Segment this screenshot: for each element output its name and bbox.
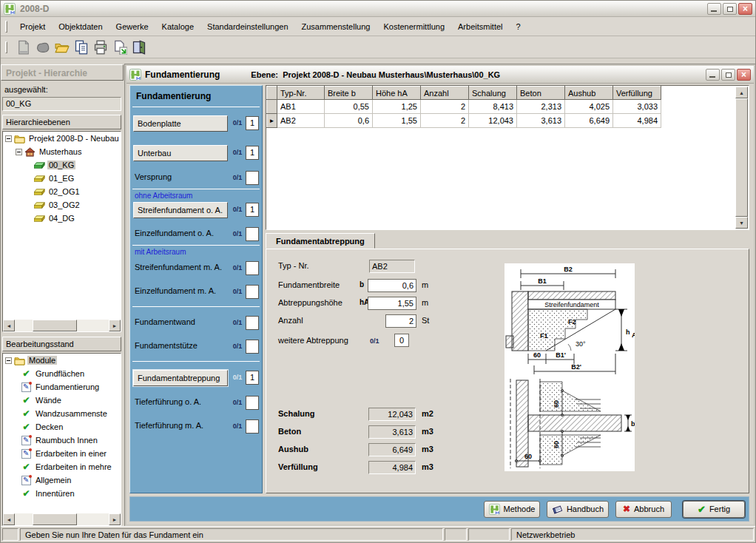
menu-zusammenstellung[interactable]: Zusammenstellung <box>295 20 377 33</box>
module-item-allgemein[interactable]: ✎ Allgemein <box>3 473 121 487</box>
count-input[interactable] <box>246 285 259 299</box>
cell-hoehe[interactable]: 1,55 <box>373 114 421 128</box>
tree-item-floor-03og2[interactable]: 03_OG2 <box>3 198 121 212</box>
fertig-button[interactable]: ✔ Fertig <box>683 501 745 518</box>
scroll-right-button[interactable]: ► <box>109 320 121 331</box>
cell-anzahl[interactable]: 2 <box>421 100 469 114</box>
module-item-innentueren[interactable]: ✔ Innentüren <box>3 487 121 500</box>
exit-button[interactable] <box>130 38 148 56</box>
fundamentbreite-input[interactable]: 0,6 <box>368 279 416 292</box>
menu-projekt[interactable]: Projekt <box>13 20 52 33</box>
fundamentwand-label[interactable]: Fundamentwand <box>135 317 195 326</box>
grid-row-ab2-selected[interactable]: ► AB2 0,6 1,55 2 12,043 3,613 6,649 4,98… <box>267 114 661 128</box>
count-input[interactable]: 1 <box>246 203 259 217</box>
restore-button[interactable] <box>723 3 737 15</box>
einzelfundament-ma-label[interactable]: Einzelfundament m. A. <box>135 286 216 295</box>
tree-item-module[interactable]: Module <box>3 354 121 367</box>
scrollbar-thumb[interactable] <box>33 320 77 331</box>
scroll-right-button[interactable]: ► <box>109 513 121 525</box>
module-item-fundamentierung[interactable]: ✎ Fundamentierung <box>3 380 121 394</box>
bodenplatte-button[interactable]: Bodenplatte <box>133 115 228 132</box>
grid-row-ab1[interactable]: AB1 0,55 1,25 2 8,413 2,313 4,025 3,033 <box>267 100 661 114</box>
fundamentabtreppung-button[interactable]: Fundamentabtreppung <box>133 370 228 386</box>
row-selector-header[interactable] <box>267 87 277 100</box>
scroll-down-button[interactable]: ▼ <box>735 217 748 229</box>
tieferfuehrung-ma-label[interactable]: Tieferführung m. A. <box>135 421 203 430</box>
tree-item-building[interactable]: Musterhaus <box>3 145 121 158</box>
tree-item-floor-02og1[interactable]: 02_OG1 <box>3 185 121 198</box>
anzahl-input[interactable]: 2 <box>385 314 416 328</box>
cell-schalung[interactable]: 12,043 <box>469 114 517 128</box>
minimize-button[interactable] <box>707 3 721 15</box>
handbuch-button[interactable]: Handbuch <box>547 501 609 518</box>
unterbau-button[interactable]: Unterbau <box>133 145 228 161</box>
menu-hilfe[interactable]: ? <box>510 20 527 33</box>
title-bar[interactable]: 2008-D × <box>1 1 755 17</box>
export-button[interactable] <box>111 38 129 56</box>
menu-kataloge[interactable]: Kataloge <box>155 20 200 33</box>
col-schalung[interactable]: Schalung <box>469 87 517 100</box>
scroll-left-button[interactable]: ◄ <box>3 513 15 525</box>
streifenfundament-ma-label[interactable]: Streifenfundament m. A. <box>135 263 222 272</box>
module-item-erdarbeiten-einer[interactable]: ✎ Erdarbeiten in einer <box>3 447 121 460</box>
scrollbar-thumb[interactable] <box>33 513 77 525</box>
module-item-raumbuch-innen[interactable]: ✎ Raumbuch Innen <box>3 434 121 447</box>
col-aushub[interactable]: Aushub <box>565 87 613 100</box>
einzelfundament-oa-label[interactable]: Einzelfundament o. A. <box>135 229 214 237</box>
cell-hoehe[interactable]: 1,25 <box>373 100 421 114</box>
abtreppungshoehe-input[interactable]: 1,55 <box>368 297 416 310</box>
count-input[interactable] <box>246 316 259 330</box>
scroll-up-button[interactable]: ▲ <box>735 87 748 98</box>
cell-typ[interactable]: AB2 <box>277 114 325 128</box>
count-input[interactable]: 1 <box>246 371 259 385</box>
count-input[interactable] <box>246 396 259 410</box>
count-input[interactable] <box>246 227 259 241</box>
open-folder-button[interactable] <box>53 38 71 56</box>
col-breite[interactable]: Breite b <box>325 87 373 100</box>
cell-aushub[interactable]: 4,025 <box>565 100 613 114</box>
tieferfuehrung-oa-label[interactable]: Tieferführung o. A. <box>135 397 201 406</box>
menu-arbeitsmittel[interactable]: Arbeitsmittel <box>451 20 510 33</box>
cell-breite[interactable]: 0,6 <box>325 114 373 128</box>
module-item-waende[interactable]: ✔ Wände <box>3 394 121 407</box>
close-button[interactable]: × <box>737 69 751 81</box>
cell-beton[interactable]: 2,313 <box>517 100 565 114</box>
col-typ-nr[interactable]: Typ-Nr. <box>277 87 325 100</box>
new-document-button[interactable] <box>15 38 33 56</box>
cell-breite[interactable]: 0,55 <box>325 100 373 114</box>
tab-fundamentabtreppung[interactable]: Fundamentabtreppung <box>266 233 375 249</box>
count-input[interactable]: 1 <box>246 146 259 160</box>
module-item-wandzusammenstellung[interactable]: ✔ Wandzusammenste <box>3 407 121 420</box>
close-button[interactable]: × <box>738 3 752 15</box>
count-input[interactable] <box>246 340 259 354</box>
row-selector[interactable] <box>267 100 277 114</box>
module-item-decken[interactable]: ✔ Decken <box>3 420 121 434</box>
count-input[interactable] <box>246 261 259 275</box>
cell-verfuellung[interactable]: 4,984 <box>613 114 661 128</box>
cell-beton[interactable]: 3,613 <box>517 114 565 128</box>
collapse-icon[interactable] <box>16 149 22 155</box>
cell-typ[interactable]: AB1 <box>277 100 325 114</box>
tree-item-floor-01eg[interactable]: 01_EG <box>3 172 121 185</box>
col-hoehe[interactable]: Höhe hA <box>373 87 421 100</box>
count-input[interactable] <box>246 419 259 434</box>
collapse-icon[interactable] <box>5 357 12 364</box>
versprung-label[interactable]: Versprung <box>135 172 172 181</box>
current-row-marker-icon[interactable]: ► <box>267 114 277 128</box>
col-anzahl[interactable]: Anzahl <box>421 87 469 100</box>
tree-item-floor-04dg[interactable]: 04_DG <box>3 212 121 225</box>
streifenfundament-oa-button[interactable]: Streifenfundament o. A. <box>133 202 228 218</box>
open-project-button[interactable] <box>34 38 52 56</box>
menu-gewerke[interactable]: Gewerke <box>109 20 155 33</box>
module-item-grundflaechen[interactable]: ✔ Grundflächen <box>3 367 121 380</box>
module-item-erdarbeiten-mehreren[interactable]: ✔ Erdarbeiten in mehre <box>3 460 121 473</box>
count-input[interactable]: 1 <box>246 116 259 130</box>
restore-button[interactable] <box>721 69 735 81</box>
copy-button[interactable] <box>72 38 90 56</box>
methode-button[interactable]: Methode <box>484 501 540 518</box>
abbruch-button[interactable]: ✖ Abbruch <box>615 501 672 518</box>
scroll-left-button[interactable]: ◄ <box>3 320 15 331</box>
col-verfuellung[interactable]: Verfüllung <box>613 87 661 100</box>
col-beton[interactable]: Beton <box>517 87 565 100</box>
menu-kostenermittlung[interactable]: Kostenermittlung <box>377 20 451 33</box>
